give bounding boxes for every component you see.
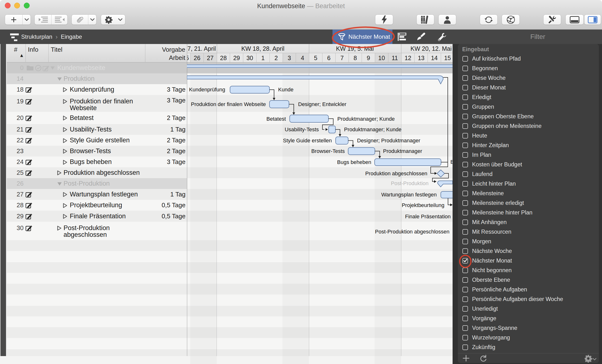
- svg-text:Designer; Produktmanager: Designer; Produktmanager: [357, 137, 420, 144]
- svg-text:Bugs beheben: Bugs beheben: [337, 159, 371, 165]
- svg-text:Produktion abgeschlossen: Produktion abgeschlossen: [365, 170, 427, 177]
- svg-text:Produktmanager; Kunde: Produktmanager; Kunde: [344, 126, 402, 133]
- svg-text:Produktion der finalen Webseit: Produktion der finalen Webseite: [191, 101, 266, 107]
- svg-text:Kundenprüfung: Kundenprüfung: [189, 87, 225, 93]
- svg-text:Style Guide erstellen: Style Guide erstellen: [283, 137, 332, 144]
- svg-text:Entwickler: Entwickler: [451, 159, 452, 165]
- svg-text:Usability-Tests: Usability-Tests: [285, 126, 319, 133]
- svg-text:Post-Produktion abgeschlossen: Post-Produktion abgeschlossen: [375, 229, 450, 235]
- svg-text:Designer; Entwickler: Designer; Entwickler: [298, 101, 346, 107]
- svg-text:Betatest: Betatest: [266, 116, 286, 122]
- svg-text:Kunde: Kunde: [278, 87, 293, 93]
- svg-text:Produktmanager; Kunde: Produktmanager; Kunde: [337, 116, 395, 122]
- svg-text:Browser-Tests: Browser-Tests: [311, 148, 345, 154]
- svg-text:Finale Präsentation: Finale Präsentation: [405, 214, 451, 219]
- svg-text:Wartungsplan festlegen: Wartungsplan festlegen: [381, 192, 437, 198]
- svg-text:Projektbeurteilung: Projektbeurteilung: [402, 202, 444, 208]
- svg-text:Produktmanager: Produktmanager: [383, 148, 422, 154]
- svg-text:Post-Produktion: Post-Produktion: [391, 180, 429, 186]
